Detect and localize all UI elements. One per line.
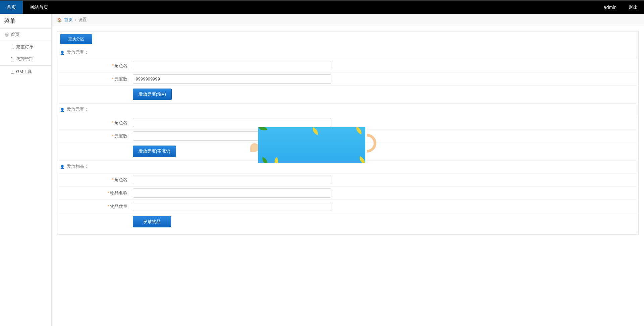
sidebar-item-label: 首页 bbox=[11, 32, 19, 38]
file-icon bbox=[11, 70, 14, 74]
switch-zone-button[interactable]: 更换分区 bbox=[60, 34, 92, 44]
content: 首页 › 设置 更换分区 发放元宝： *角色名 bbox=[52, 14, 644, 326]
section-title-text: 发放元宝： bbox=[67, 49, 89, 55]
breadcrumb-sep: › bbox=[75, 17, 76, 22]
nav-site-home[interactable]: 网站首页 bbox=[23, 1, 55, 14]
label-amount-1: 元宝数 bbox=[114, 133, 127, 139]
breadcrumb-home[interactable]: 首页 bbox=[64, 17, 73, 23]
sidebar-item-label: 代理管理 bbox=[16, 56, 34, 62]
label-role-2: 角色名 bbox=[114, 177, 127, 182]
label-role-1: 角色名 bbox=[114, 120, 127, 125]
input-role-1[interactable] bbox=[133, 118, 331, 127]
sidebar-item-label: 充值订单 bbox=[16, 44, 34, 50]
form-2: *角色名 *物品名称 *物品数量 发放物 bbox=[59, 173, 637, 231]
nav-user[interactable]: admin bbox=[598, 1, 623, 14]
file-icon bbox=[11, 45, 14, 49]
section-title-text: 发放物品： bbox=[67, 163, 89, 169]
user-icon bbox=[60, 164, 65, 169]
label-itemname-2: 物品名称 bbox=[110, 191, 127, 196]
sidebar-item-recharge[interactable]: 充值订单 bbox=[0, 41, 51, 53]
sidebar-item-agent[interactable]: 代理管理 bbox=[0, 53, 51, 66]
home-icon bbox=[57, 17, 62, 22]
submit-button-1[interactable]: 发放元宝(不涨V) bbox=[133, 146, 176, 157]
decorative-overlay bbox=[258, 127, 365, 163]
input-role-2[interactable] bbox=[133, 175, 331, 184]
section-title-1: 发放元宝： bbox=[59, 104, 637, 116]
submit-button-2[interactable]: 发放物品 bbox=[133, 216, 171, 227]
user-icon bbox=[60, 107, 65, 112]
submit-button-0[interactable]: 发放元宝(涨V) bbox=[133, 89, 172, 100]
label-amount-0: 元宝数 bbox=[114, 76, 127, 82]
sidebar-item-gm[interactable]: GM工具 bbox=[0, 66, 51, 78]
page: 菜单 首页 充值订单 代理管理 GM工具 bbox=[0, 14, 644, 326]
file-icon bbox=[11, 57, 14, 61]
sidebar: 菜单 首页 充值订单 代理管理 GM工具 bbox=[0, 14, 52, 326]
top-nav-left: 首页 网站首页 bbox=[0, 1, 55, 14]
sidebar-item-label: GM工具 bbox=[16, 69, 32, 75]
gear-icon bbox=[5, 33, 9, 37]
label-role-0: 角色名 bbox=[114, 63, 127, 68]
section-title-0: 发放元宝： bbox=[59, 47, 637, 59]
user-icon bbox=[60, 50, 65, 55]
section-title-text: 发放元宝： bbox=[67, 106, 89, 112]
input-role-0[interactable] bbox=[133, 61, 331, 70]
nav-home[interactable]: 首页 bbox=[0, 1, 23, 14]
input-itemqty-2[interactable] bbox=[133, 202, 331, 211]
breadcrumb-current: 设置 bbox=[78, 17, 87, 23]
top-nav: 首页 网站首页 admin 退出 bbox=[0, 0, 644, 14]
nav-logout[interactable]: 退出 bbox=[623, 1, 644, 14]
form-0: *角色名 *元宝数 发放元宝(涨V) bbox=[59, 59, 637, 104]
breadcrumb: 首页 › 设置 bbox=[52, 14, 644, 26]
sidebar-item-home[interactable]: 首页 bbox=[0, 29, 51, 41]
input-itemname-2[interactable] bbox=[133, 188, 331, 198]
input-amount-0[interactable] bbox=[133, 74, 331, 84]
label-itemqty-2: 物品数量 bbox=[110, 204, 127, 209]
sidebar-title: 菜单 bbox=[0, 14, 51, 29]
top-nav-right: admin 退出 bbox=[598, 1, 644, 14]
